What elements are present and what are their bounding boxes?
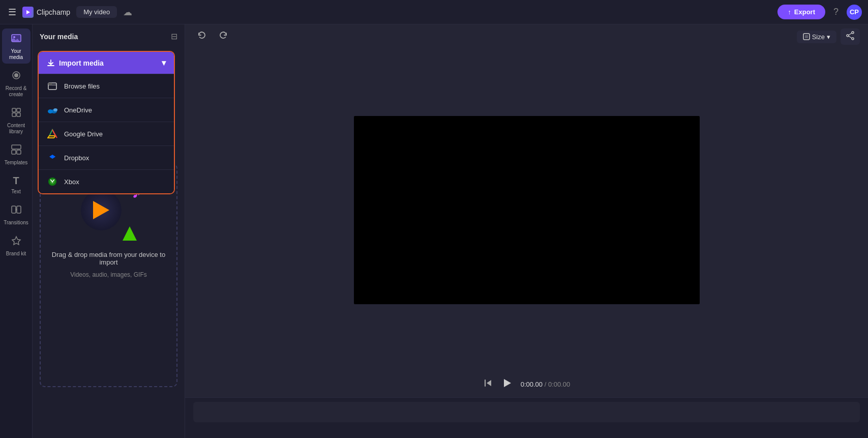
templates-label: Templates <box>5 160 28 166</box>
logo-icon <box>22 7 34 18</box>
xbox-icon <box>47 176 58 187</box>
sidebar-item-record[interactable]: Record & create <box>2 66 31 101</box>
xbox-label: Xbox <box>64 178 79 186</box>
svg-point-4 <box>13 36 15 38</box>
export-button[interactable]: ↑ Export <box>777 5 825 19</box>
time-current: 0:00.00 <box>521 381 543 388</box>
play-triangle <box>93 201 109 219</box>
text-label: Text <box>11 189 20 195</box>
sidebar-item-brand-kit[interactable]: Brand kit <box>2 231 31 260</box>
your-media-label: Your media <box>4 48 28 61</box>
panel-grid-toggle[interactable]: ⊟ <box>171 32 177 41</box>
undo-button[interactable] <box>193 29 211 45</box>
your-media-icon <box>11 33 22 46</box>
svg-rect-12 <box>12 150 16 154</box>
google-drive-label: Google Drive <box>64 130 103 138</box>
brand-kit-icon <box>11 235 22 249</box>
svg-point-29 <box>852 38 854 40</box>
center-area: Size ▾ <box>185 24 868 438</box>
help-icon[interactable]: ? <box>833 7 839 17</box>
sidebar-item-transitions[interactable]: Transitions <box>2 200 31 229</box>
avatar[interactable]: CP <box>847 5 862 20</box>
xbox-option[interactable]: Xbox <box>39 170 174 193</box>
time-display: 0:00.00 / 0:00.00 <box>521 381 571 388</box>
app-logo: Clipchamp <box>22 7 70 18</box>
content-library-label: Content library <box>4 123 28 135</box>
svg-rect-9 <box>12 113 16 116</box>
green-triangle-icon <box>123 226 137 241</box>
size-label: Size <box>812 33 825 41</box>
project-tab[interactable]: My video <box>76 6 117 18</box>
media-main-icon <box>81 190 122 230</box>
import-media-label: Import media <box>59 59 104 67</box>
svg-marker-32 <box>504 379 511 387</box>
import-dropdown: Import media ▾ Browse files <box>38 51 175 194</box>
topbar: ☰ Clipchamp My video ☁ ↑ Export ? CP <box>0 0 868 24</box>
svg-point-30 <box>847 35 849 37</box>
video-canvas <box>354 116 700 304</box>
drag-drop-subtitle: Videos, audio, images, GIFs <box>70 271 147 278</box>
content-library-icon <box>11 107 22 121</box>
transitions-label: Transitions <box>4 220 28 226</box>
templates-icon <box>11 144 22 158</box>
onedrive-label: OneDrive <box>64 106 92 114</box>
svg-marker-31 <box>487 380 491 386</box>
side-panel: Your media ⊟ Import media ▾ <box>33 24 185 438</box>
svg-rect-13 <box>17 150 21 154</box>
dropbox-option[interactable]: Dropbox <box>39 146 174 169</box>
share-button[interactable] <box>841 28 860 45</box>
svg-rect-10 <box>17 113 20 116</box>
video-preview <box>185 49 868 371</box>
export-icon: ↑ <box>788 8 791 16</box>
svg-point-6 <box>14 73 18 77</box>
google-drive-option[interactable]: Google Drive <box>39 122 174 145</box>
redo-button[interactable] <box>215 29 232 45</box>
play-button[interactable] <box>501 377 513 391</box>
text-icon: T <box>13 175 19 187</box>
svg-marker-22 <box>48 136 55 138</box>
drag-drop-area[interactable]: ♪ Drag & drop media from your device to … <box>40 163 177 387</box>
svg-rect-15 <box>17 206 21 213</box>
browse-files-label: Browse files <box>64 82 100 90</box>
drag-drop-title: Drag & drop media from your device to im… <box>49 251 168 266</box>
size-chevron: ▾ <box>827 33 830 41</box>
import-media-button[interactable]: Import media ▾ <box>39 52 174 74</box>
svg-rect-7 <box>12 108 16 112</box>
svg-rect-11 <box>12 145 21 149</box>
svg-rect-17 <box>48 83 52 85</box>
record-icon <box>11 70 22 83</box>
panel-header: Your media ⊟ <box>33 24 185 46</box>
brand-kit-label: Brand kit <box>6 251 26 257</box>
menu-icon[interactable]: ☰ <box>6 5 18 20</box>
dropbox-label: Dropbox <box>64 154 89 162</box>
skip-back-button[interactable] <box>483 378 493 391</box>
editor-toolbar: Size ▾ <box>185 24 868 49</box>
google-drive-icon <box>47 128 58 139</box>
import-icon <box>47 59 55 67</box>
time-total: 0:00.00 <box>548 381 570 388</box>
browse-files-option[interactable]: Browse files <box>39 74 174 98</box>
time-separator: / <box>545 381 548 388</box>
sidebar-item-text[interactable]: T Text <box>2 171 31 198</box>
size-button[interactable]: Size ▾ <box>797 31 836 43</box>
panel-title: Your media <box>40 33 78 41</box>
record-label: Record & create <box>4 85 28 98</box>
svg-point-20 <box>53 108 57 111</box>
import-dropdown-menu: Browse files OneDrive <box>39 74 174 193</box>
timeline-area[interactable] <box>185 397 868 438</box>
sidebar-item-your-media[interactable]: Your media <box>2 28 31 64</box>
dropbox-icon <box>47 152 58 163</box>
sidebar-item-content-library[interactable]: Content library <box>2 103 31 138</box>
main-body: Your media Record & create Content l <box>0 24 868 438</box>
playback-controls: 0:00.00 / 0:00.00 <box>185 371 868 397</box>
import-chevron: ▾ <box>162 58 166 68</box>
svg-rect-14 <box>12 206 16 213</box>
onedrive-option[interactable]: OneDrive <box>39 98 174 122</box>
cloud-sync-icon: ☁ <box>123 7 132 18</box>
timeline-track <box>193 402 860 422</box>
svg-rect-8 <box>17 108 20 112</box>
transitions-icon <box>11 204 22 218</box>
onedrive-icon <box>47 104 58 115</box>
browse-files-icon <box>47 80 58 92</box>
sidebar-item-templates[interactable]: Templates <box>2 140 31 169</box>
